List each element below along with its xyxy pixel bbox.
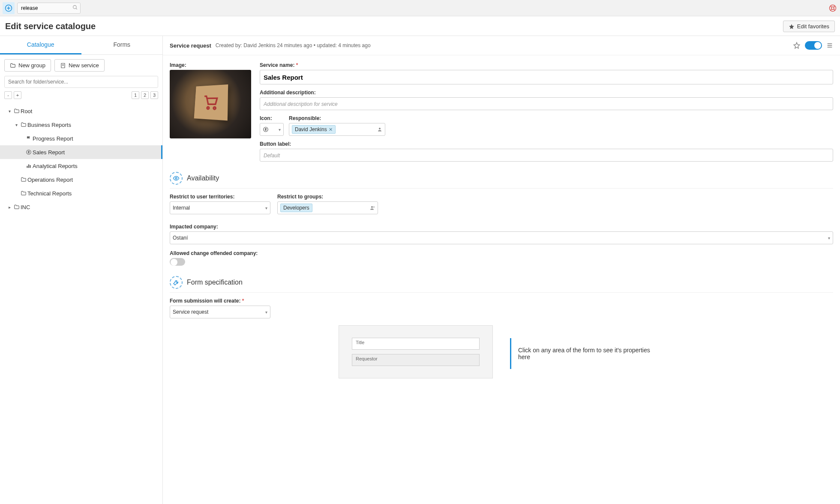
allowed-change-label: Allowed change offended company: xyxy=(170,250,833,256)
folder-icon xyxy=(20,177,27,183)
more-menu-button[interactable] xyxy=(826,42,833,49)
tab-forms[interactable]: Forms xyxy=(81,36,163,54)
chevron-down-icon: ▾ xyxy=(279,127,281,132)
chevron-down-icon: ▾ xyxy=(265,206,267,210)
wrench-icon xyxy=(170,276,183,289)
cart-icon xyxy=(202,93,220,111)
form-create-label: Form submission will create: xyxy=(170,298,270,304)
additional-description-input[interactable] xyxy=(260,97,833,110)
svg-line-8 xyxy=(834,9,835,10)
form-create-value: Service request xyxy=(173,309,208,315)
svg-point-21 xyxy=(207,107,209,109)
image-label: Image: xyxy=(170,62,251,68)
tree-node-sales-report[interactable]: Sales Report xyxy=(0,145,162,159)
new-group-button[interactable]: New group xyxy=(4,59,51,72)
icon-select[interactable]: ▾ xyxy=(260,123,284,136)
svg-point-24 xyxy=(379,128,381,129)
content-header: Service request Created by: David Jenkin… xyxy=(163,36,840,55)
chevron-down-icon: ▾ xyxy=(13,123,20,127)
edit-favorites-label: Edit favorites xyxy=(797,23,829,30)
new-service-button[interactable]: New service xyxy=(54,59,105,72)
svg-line-7 xyxy=(830,6,831,7)
folder-icon xyxy=(13,108,21,114)
folder-icon xyxy=(20,190,27,196)
remove-chip-button[interactable]: ✕ xyxy=(329,127,333,132)
restrict-groups-select[interactable]: Developers xyxy=(277,201,378,214)
level-2-button[interactable]: 2 xyxy=(141,91,149,99)
button-label-label: Button label: xyxy=(260,141,833,147)
star-filled-icon xyxy=(789,24,795,30)
preview-field-requestor[interactable]: Requestor xyxy=(352,354,480,366)
collapse-all-button[interactable]: - xyxy=(4,91,12,99)
help-button[interactable] xyxy=(828,3,837,13)
restrict-territories-label: Restrict to user territories: xyxy=(170,194,270,200)
responsible-select[interactable]: David Jenkins ✕ xyxy=(289,123,385,136)
responsible-chip: David Jenkins ✕ xyxy=(292,125,336,134)
svg-rect-16 xyxy=(28,165,29,168)
edit-favorites-button[interactable]: Edit favorites xyxy=(783,21,835,32)
svg-point-26 xyxy=(371,206,373,208)
form-spec-title: Form specification xyxy=(187,279,243,286)
add-person-button[interactable] xyxy=(377,127,382,132)
favorite-button[interactable] xyxy=(793,42,801,49)
svg-line-10 xyxy=(834,6,835,7)
lifebuoy-icon xyxy=(829,4,837,12)
availability-section-header: Availability xyxy=(170,172,833,189)
folder-icon xyxy=(13,204,21,210)
service-image[interactable] xyxy=(170,70,251,138)
icon-label: Icon: xyxy=(260,115,284,121)
menu-icon xyxy=(826,42,833,49)
tree-node-analytical-reports[interactable]: Analytical Reports xyxy=(0,159,162,173)
expand-all-button[interactable]: + xyxy=(14,91,21,99)
star-outline-icon xyxy=(793,42,801,49)
restrict-territories-value: Internal xyxy=(173,205,190,211)
person-icon xyxy=(377,127,382,132)
preview-field-title[interactable]: Title xyxy=(352,338,480,350)
tree-label: Operations Report xyxy=(27,177,73,183)
button-label-input[interactable] xyxy=(260,149,833,162)
tree-node-business-reports[interactable]: ▾ Business Reports xyxy=(0,118,162,132)
sidebar-tabs: Catalogue Forms xyxy=(0,36,162,55)
form-create-select[interactable]: Service request ▾ xyxy=(170,306,270,318)
global-search-input[interactable] xyxy=(17,3,81,14)
tree-level-controls: - + 1 2 3 xyxy=(0,91,162,102)
sidebar-search-input[interactable] xyxy=(4,76,158,88)
add-group-button[interactable] xyxy=(370,205,375,210)
service-name-input[interactable] xyxy=(260,70,833,84)
global-search xyxy=(17,3,81,14)
tab-catalogue[interactable]: Catalogue xyxy=(0,36,81,54)
svg-line-9 xyxy=(830,9,831,10)
tree-node-technical-reports[interactable]: Technical Reports xyxy=(0,186,162,200)
bar-chart-icon xyxy=(25,163,33,169)
eye-icon xyxy=(170,172,183,185)
svg-point-6 xyxy=(831,7,834,9)
level-3-button[interactable]: 3 xyxy=(150,91,158,99)
level-1-button[interactable]: 1 xyxy=(132,91,139,99)
flag-icon xyxy=(25,135,33,141)
restrict-groups-label: Restrict to groups: xyxy=(277,194,378,200)
folder-icon xyxy=(20,122,27,128)
tree-node-root[interactable]: ▾ Root xyxy=(0,104,162,118)
tree-node-inc[interactable]: ▸ INC xyxy=(0,200,162,214)
add-button[interactable] xyxy=(3,2,15,14)
svg-rect-17 xyxy=(30,165,30,168)
svg-line-4 xyxy=(76,8,77,9)
allowed-change-toggle[interactable] xyxy=(170,258,185,266)
form-preview[interactable]: Title Requestor xyxy=(339,325,493,378)
impacted-company-select[interactable]: Ostaní ▾ xyxy=(170,231,833,244)
svg-point-22 xyxy=(213,107,216,109)
chip-label: David Jenkins xyxy=(295,126,327,132)
chevron-down-icon: ▾ xyxy=(6,109,13,114)
dollar-icon xyxy=(263,126,269,132)
tree-node-operations-report[interactable]: Operations Report xyxy=(0,173,162,186)
page-title: Edit service catalogue xyxy=(5,21,96,31)
tree-node-progress-report[interactable]: Progress Report xyxy=(0,132,162,145)
form-spec-section-header: Form specification xyxy=(170,276,833,293)
restrict-territories-select[interactable]: Internal ▾ xyxy=(170,201,270,214)
folder-icon xyxy=(10,63,16,69)
impacted-company-label: Impacted company: xyxy=(170,224,833,230)
active-toggle[interactable] xyxy=(805,41,822,50)
tree-label: Technical Reports xyxy=(27,190,72,197)
search-icon xyxy=(72,5,78,10)
service-name-label: Service name: xyxy=(260,62,833,68)
